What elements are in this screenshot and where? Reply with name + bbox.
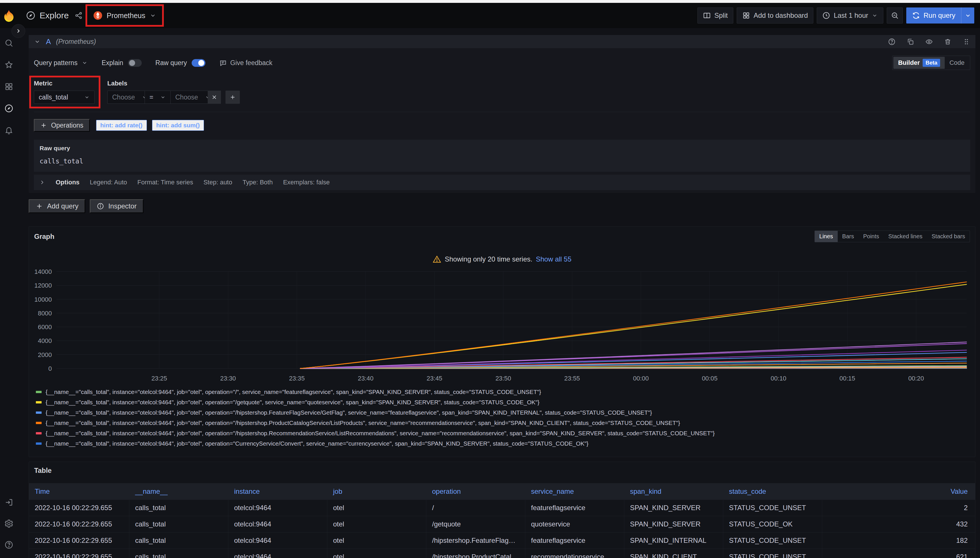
svg-text:00:10: 00:10 [771, 375, 786, 382]
add-query-button[interactable]: Add query [29, 199, 85, 213]
plus-icon [36, 202, 43, 210]
legend-label: {__name__="calls_total", instance="otelc… [46, 409, 652, 416]
table-column-header-servicename[interactable]: service_name [525, 483, 624, 500]
datasource-name: Prometheus [107, 11, 145, 20]
graph-mode-lines[interactable]: Lines [815, 231, 838, 242]
legend-item[interactable]: {__name__="calls_total", instance="otelc… [36, 387, 970, 397]
sidebar-item-explore explore-icon[interactable] [4, 104, 13, 113]
code-tab[interactable]: Code [945, 57, 969, 69]
grafana-logo[interactable] [0, 9, 18, 22]
explain-toggle[interactable] [128, 59, 142, 67]
add-label-filter-button[interactable] [225, 90, 240, 104]
svg-text:00:15: 00:15 [839, 375, 855, 382]
comment-icon [219, 59, 227, 67]
legend-swatch [36, 432, 41, 435]
sidebar-item-bell bell-icon[interactable] [4, 126, 13, 135]
labels-field: Labels Choose = Choose [107, 80, 240, 104]
help-circle-icon[interactable] [888, 38, 896, 46]
sidebar-item-search search-icon[interactable] [4, 38, 13, 48]
query-row-header[interactable]: A (Prometheus) [29, 35, 975, 48]
label-operator-select[interactable]: = [145, 90, 170, 104]
app-header: Explore Prometheus Split Add to dashboar… [0, 3, 980, 28]
run-query-dropdown[interactable] [961, 7, 974, 23]
legend-label: {__name__="calls_total", instance="otelc… [46, 440, 589, 447]
table-column-header-value[interactable]: Value [822, 483, 975, 500]
raw-query-toggle[interactable] [192, 59, 206, 67]
remove-label-filter-button[interactable] [208, 90, 221, 104]
grip-icon[interactable] [962, 38, 970, 46]
split-button[interactable]: Split [697, 7, 733, 23]
chevron-down-icon [965, 12, 972, 19]
time-range-picker[interactable]: Last 1 hour [817, 7, 883, 23]
svg-text:23:55: 23:55 [564, 375, 580, 382]
legend-item[interactable]: {__name__="calls_total", instance="otelc… [36, 397, 970, 407]
sidebar-item-sign-in sign-in-icon[interactable] [4, 498, 13, 507]
sidebar-item-apps apps-icon[interactable] [4, 82, 13, 91]
table-column-header-time[interactable]: Time [29, 483, 129, 500]
graph-mode-stacked-lines[interactable]: Stacked lines [884, 231, 927, 242]
plus-icon [40, 122, 47, 129]
compass-icon [26, 11, 36, 20]
table-cell: /getquote [426, 516, 525, 532]
query-hint-button-1[interactable]: hint: add sum() [152, 120, 204, 131]
table-row: 2022-10-16 00:22:29.655calls_totalotelco… [29, 532, 975, 549]
table-cell: 2022-10-16 00:22:29.655 [29, 516, 129, 532]
sync-icon [912, 11, 920, 20]
query-datasource-hint: (Prometheus) [56, 38, 96, 46]
share-icon[interactable] [75, 11, 82, 20]
query-patterns-dropdown[interactable]: Query patterns [34, 59, 88, 67]
sidebar-bottom [4, 498, 13, 550]
sidebar-item-help help-icon[interactable] [4, 540, 13, 550]
legend-item[interactable]: {__name__="calls_total", instance="otelc… [36, 449, 970, 451]
time-series-chart[interactable]: 0200040006000800010000120001400023:2523:… [34, 268, 970, 386]
graph-mode-stacked-bars[interactable]: Stacked bars [927, 231, 970, 242]
query-hint-button-0[interactable]: hint: add rate() [96, 120, 147, 131]
legend-item[interactable]: {__name__="calls_total", instance="otelc… [36, 438, 970, 449]
legend-item[interactable]: {__name__="calls_total", instance="otelc… [36, 407, 970, 418]
table-cell: otel [327, 532, 426, 548]
chevron-right-icon[interactable] [39, 179, 45, 185]
table-column-header-statuscode[interactable]: status_code [723, 483, 822, 500]
collapse-chevron-icon[interactable] [34, 38, 41, 45]
add-to-dashboard-button[interactable]: Add to dashboard [737, 7, 813, 23]
table-column-header-job[interactable]: job [327, 483, 426, 500]
raw-query-text: calls_total [39, 158, 965, 165]
options-toggle[interactable]: Options [56, 179, 79, 186]
datasource-picker[interactable]: Prometheus [88, 7, 161, 25]
table-column-header-operation[interactable]: operation [426, 483, 525, 500]
legend-item[interactable]: {__name__="calls_total", instance="otelc… [36, 418, 970, 428]
inspector-button[interactable]: Inspector [90, 199, 143, 213]
zoom-out-button[interactable] [887, 7, 903, 23]
operations-button[interactable]: Operations [34, 119, 90, 131]
explore-breadcrumb: Explore [26, 11, 69, 20]
table-column-header-instance[interactable]: instance [229, 483, 327, 500]
chevron-down-icon [160, 94, 166, 100]
sidebar-item-star star-icon[interactable] [4, 60, 13, 69]
table-cell: recommendationservice [525, 549, 624, 558]
label-value-select[interactable]: Choose [170, 90, 208, 104]
sidebar-item-settings settings-icon[interactable] [4, 519, 13, 528]
show-all-series-link[interactable]: Show all 55 [536, 255, 572, 263]
beta-badge: Beta [922, 59, 940, 67]
eye-icon[interactable] [925, 38, 933, 46]
query-options-row: Options Legend: AutoFormat: Time seriesS… [34, 175, 970, 190]
table-cell: STATUS_CODE_UNSET [723, 500, 822, 516]
table-column-header-spankind[interactable]: span_kind [624, 483, 723, 500]
table-cell: 432 [822, 516, 975, 532]
copy-icon[interactable] [906, 38, 914, 46]
sidebar-expand-button[interactable] [12, 24, 25, 38]
main-content: A (Prometheus) Query patterns Explain Ra… [18, 28, 980, 558]
svg-text:23:30: 23:30 [220, 375, 236, 382]
label-key-select[interactable]: Choose [107, 90, 145, 104]
give-feedback-link[interactable]: Give feedback [219, 59, 273, 67]
run-query-button[interactable]: Run query [906, 7, 974, 23]
legend-label: {__name__="calls_total", instance="otelc… [46, 420, 680, 427]
table-column-header-name[interactable]: __name__ [129, 483, 229, 500]
trash-icon[interactable] [944, 38, 952, 46]
builder-tab[interactable]: Builder Beta [893, 57, 945, 69]
graph-mode-points[interactable]: Points [858, 231, 884, 242]
graph-mode-bars[interactable]: Bars [838, 231, 858, 242]
labels-label: Labels [107, 80, 240, 87]
metric-select[interactable]: calls_total [34, 90, 95, 104]
legend-item[interactable]: {__name__="calls_total", instance="otelc… [36, 428, 970, 438]
